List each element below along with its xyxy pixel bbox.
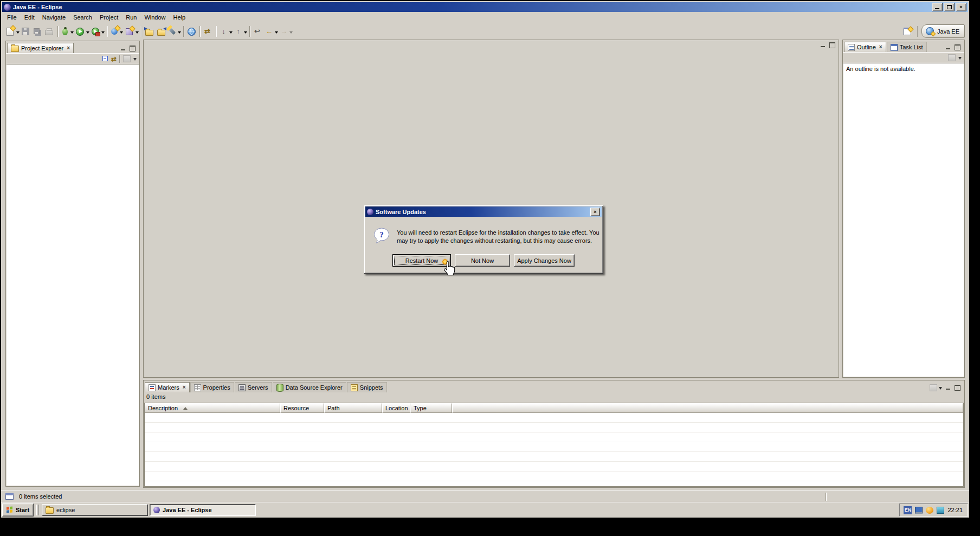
save-button[interactable] [20, 25, 32, 38]
tab-outline[interactable]: Outline × [844, 42, 886, 52]
menubar: File Edit Navigate Search Project Run Wi… [2, 12, 968, 23]
dropdown-arrow-icon [86, 31, 89, 35]
link-with-editor-icon: ⇄ [203, 27, 212, 36]
open-perspective-button[interactable] [902, 25, 914, 38]
display-icon[interactable] [915, 507, 923, 514]
restore-button[interactable] [944, 3, 955, 11]
minimize-view-button[interactable] [119, 45, 127, 52]
search-button[interactable] [167, 25, 182, 38]
new-module-wizard-button[interactable] [124, 25, 139, 38]
language-indicator[interactable]: EN [904, 506, 912, 514]
new-wizard-button[interactable] [4, 25, 20, 38]
menu-item[interactable]: Navigate [38, 12, 69, 22]
table-row [145, 413, 963, 423]
toolbar-separator [183, 26, 184, 37]
column-label: Location [385, 405, 408, 411]
perspective-java-ee-button[interactable]: Java EE [921, 24, 965, 38]
link-with-editor-icon[interactable]: ⇄ [111, 56, 117, 62]
menu-item[interactable]: Help [170, 12, 190, 22]
view-menu-icon[interactable] [958, 57, 962, 61]
menu-item[interactable]: Search [69, 12, 96, 22]
eclipse-logo-icon [153, 507, 160, 513]
start-button[interactable]: Start [2, 503, 34, 516]
run-button[interactable] [74, 25, 90, 38]
view-filter-icon[interactable] [948, 54, 956, 61]
start-label: Start [16, 507, 29, 513]
new-web-wizard-button[interactable] [109, 25, 124, 38]
minimize-view-button[interactable] [944, 44, 952, 51]
restart-now-button[interactable]: Restart Now [392, 254, 451, 267]
column-header-path[interactable]: Path [324, 403, 382, 413]
maximize-view-button[interactable] [128, 45, 137, 52]
next-annotation-button[interactable]: ↓ [218, 25, 233, 38]
minimize-editor-button[interactable] [818, 42, 827, 49]
editor-controls [818, 42, 836, 49]
collapse-all-icon[interactable] [102, 56, 108, 62]
close-tab-icon[interactable]: × [183, 385, 186, 390]
view-menu-icon[interactable] [939, 387, 942, 391]
column-header-location[interactable]: Location [382, 403, 410, 413]
close-button[interactable]: × [956, 3, 966, 11]
previous-annotation-button[interactable]: ↑ [233, 25, 248, 38]
column-header-description[interactable]: Description [145, 403, 280, 413]
tab-snippets[interactable]: Snippets [347, 382, 387, 392]
apply-changes-now-button[interactable]: Apply Changes Now [514, 254, 575, 267]
column-header-resource[interactable]: Resource [280, 403, 324, 413]
toolbar-separator [107, 26, 108, 37]
back-button[interactable]: ← [264, 25, 279, 38]
menu-item[interactable]: Project [96, 12, 122, 22]
print-icon [45, 30, 53, 35]
update-icon[interactable] [926, 507, 933, 514]
project-explorer-tree[interactable] [7, 64, 139, 486]
windows-logo-icon [7, 506, 14, 513]
minimize-icon [946, 389, 950, 390]
close-tab-icon[interactable]: × [67, 46, 70, 51]
export-button[interactable] [156, 25, 167, 38]
debug-button[interactable] [60, 25, 74, 38]
network-icon[interactable] [937, 507, 944, 514]
last-edit-location-button[interactable]: ↩ [252, 25, 264, 38]
dialog-close-button[interactable]: × [590, 208, 600, 216]
taskbar-button-eclipse-folder[interactable]: eclipse [42, 504, 148, 516]
maximize-view-button[interactable] [953, 384, 962, 391]
taskbar-button-java-ee-eclipse[interactable]: Java EE - Eclipse [150, 504, 256, 516]
main-toolbar-items: ⇄↓↑↩←→ [4, 25, 293, 38]
menu-item[interactable]: File [3, 12, 21, 22]
menu-item[interactable]: Edit [21, 12, 38, 22]
save-all-button[interactable] [32, 25, 44, 38]
forward-button[interactable]: → [279, 25, 293, 38]
view-filter-icon[interactable] [930, 384, 937, 391]
dropdown-arrow-icon [101, 31, 105, 35]
tab-properties[interactable]: Properties [190, 382, 234, 392]
project-explorer-tabrow: Project Explorer × [6, 41, 139, 53]
link-with-editor-button[interactable]: ⇄ [202, 25, 214, 38]
save-icon [22, 28, 29, 35]
web-browser-button[interactable] [186, 25, 198, 38]
maximize-view-button[interactable] [953, 44, 962, 51]
tab-project-explorer[interactable]: Project Explorer × [7, 43, 74, 53]
dropdown-arrow-icon [120, 31, 123, 35]
external-tools-button[interactable] [90, 25, 105, 38]
maximize-editor-button[interactable] [828, 42, 836, 49]
run-icon [76, 28, 84, 36]
not-now-button[interactable]: Not Now [455, 254, 510, 267]
tab-markers[interactable]: Markers × [145, 382, 190, 392]
print-button[interactable] [44, 25, 56, 38]
view-menu-icon[interactable] [133, 58, 137, 62]
tab-data-source-explorer[interactable]: Data Source Explorer [273, 382, 346, 392]
column-label: Resource [283, 405, 309, 411]
minimize-button[interactable] [932, 3, 943, 11]
dropdown-arrow-icon [289, 31, 293, 35]
fast-view-icon[interactable] [5, 493, 14, 500]
view-filter-icon[interactable] [123, 55, 131, 62]
close-tab-icon[interactable]: × [879, 44, 882, 50]
software-updates-dialog: Software Updates × ? You will need to re… [364, 205, 603, 274]
minimize-view-button[interactable] [944, 384, 952, 391]
column-header-filler [452, 403, 963, 413]
menu-item[interactable]: Window [140, 12, 169, 22]
menu-item[interactable]: Run [122, 12, 140, 22]
column-header-type[interactable]: Type [410, 403, 452, 413]
tab-task-list[interactable]: Task List [887, 42, 927, 52]
import-button[interactable] [144, 25, 156, 38]
tab-servers[interactable]: Servers [235, 382, 272, 392]
